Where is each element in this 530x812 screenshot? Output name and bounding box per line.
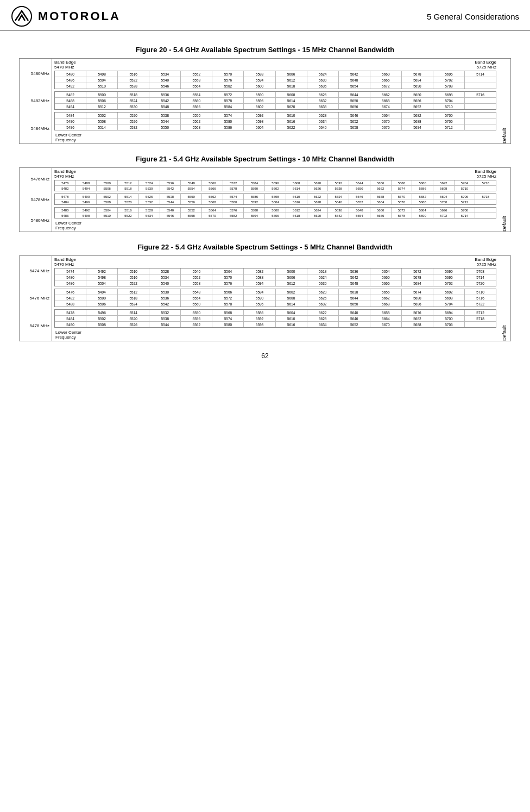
band-edge-left-21: Band Edge5470 MHz: [54, 169, 76, 179]
axis-label-21-3: 5480MHz: [22, 218, 49, 223]
band-edge-left-20: Band Edge5470 MHz: [54, 60, 76, 70]
page-number: 62: [0, 352, 530, 365]
axis-label-20-1: 5480MHz: [22, 71, 49, 76]
band-edge-right-21: Band Edge5725 MHz: [475, 169, 496, 179]
lower-center-label-21: Lower CenterFrequency: [54, 221, 496, 230]
default-label-22: Default: [499, 256, 510, 341]
axis-label-21-2: 5478MHz: [22, 197, 49, 202]
motorola-logo-icon: [11, 5, 33, 27]
figure-21-title: Figure 21 - 5.4 GHz Available Spectrum S…: [11, 155, 519, 163]
chapter-title: 5 General Considerations: [427, 12, 519, 21]
axis-label-20-3: 5484MHz: [22, 126, 49, 131]
lower-center-label-20: Lower CenterFrequency: [54, 133, 496, 142]
page-header: MOTOROLA 5 General Considerations: [0, 0, 530, 30]
figure-20: Figure 20 - 5.4 GHz Available Spectrum S…: [11, 46, 519, 144]
axis-label-22-2: 5476 MHz: [22, 296, 49, 301]
main-content: Figure 20 - 5.4 GHz Available Spectrum S…: [0, 30, 530, 347]
default-label-21: Default: [499, 168, 510, 232]
figure-22: Figure 22 - 5.4 GHz Available Spectrum S…: [11, 243, 519, 341]
axis-label-21-1: 5476MHz: [22, 177, 49, 182]
brand-name: MOTOROLA: [38, 9, 121, 23]
band-edge-right-22: Band Edge5725 MHz: [475, 257, 496, 267]
axis-label-22-1: 5474 MHz: [22, 268, 49, 273]
axis-label-20-2: 5482MHz: [22, 98, 49, 103]
figure-22-title: Figure 22 - 5.4 GHz Available Spectrum S…: [11, 243, 519, 251]
figure-20-title: Figure 20 - 5.4 GHz Available Spectrum S…: [11, 46, 519, 54]
band-edge-left-22: Band Edge5470 MHz: [54, 257, 76, 267]
logo-area: MOTOROLA: [11, 5, 121, 27]
figure-21: Figure 21 - 5.4 GHz Available Spectrum S…: [11, 155, 519, 232]
default-label-20: Default: [499, 59, 510, 143]
lower-center-label-22: Lower CenterFrequency: [54, 330, 496, 340]
axis-label-22-3: 5478 MHz: [22, 323, 49, 328]
band-edge-right-20: Band Edge5725 MHz: [475, 60, 496, 70]
